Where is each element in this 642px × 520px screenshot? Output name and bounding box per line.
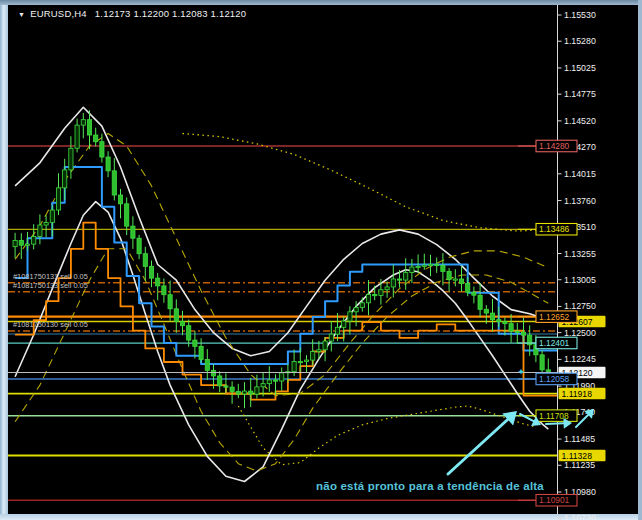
candle-body bbox=[143, 254, 147, 267]
candle-body bbox=[38, 225, 42, 236]
candle-body bbox=[193, 340, 197, 346]
axis-tick-label: 1.12245 bbox=[564, 354, 596, 364]
candle-body bbox=[87, 120, 91, 135]
candle-body bbox=[311, 352, 315, 361]
mt4-chart-window: 1.155301.152801.150251.147751.145201.142… bbox=[0, 0, 642, 520]
candle-body bbox=[329, 334, 333, 341]
axis-price-badge-label: 1.11918 bbox=[562, 389, 593, 399]
axis-tick-label: 1.15280 bbox=[564, 36, 596, 46]
candle-body bbox=[404, 273, 408, 280]
candle-body bbox=[280, 373, 284, 381]
price-level-label: 1.12401 bbox=[539, 338, 570, 348]
candle-body bbox=[230, 387, 234, 391]
axis-tick-label: 1.15530 bbox=[564, 10, 596, 20]
candle-body bbox=[137, 238, 141, 254]
candle-body bbox=[385, 287, 389, 290]
candle-body bbox=[205, 359, 209, 370]
candle-body bbox=[261, 384, 265, 387]
candle-body bbox=[112, 171, 116, 195]
step-line-blue bbox=[15, 167, 561, 364]
candle-body bbox=[323, 341, 327, 350]
candle-body bbox=[218, 376, 222, 386]
candle-body bbox=[249, 391, 253, 394]
price-chart-canvas[interactable]: 1.155301.152801.150251.147751.145201.142… bbox=[0, 0, 642, 520]
order-label: #1081750131 sell 0.05 bbox=[13, 272, 88, 281]
candle-body bbox=[410, 267, 414, 273]
candle-body bbox=[540, 355, 544, 370]
candle-body bbox=[521, 332, 525, 335]
candle-body bbox=[472, 292, 476, 295]
chart-dropdown-icon[interactable]: ▼ bbox=[18, 11, 25, 18]
candle-body bbox=[211, 370, 215, 376]
candle-body bbox=[56, 188, 60, 210]
candle-body bbox=[497, 320, 501, 322]
candle-body bbox=[366, 295, 370, 303]
axis-tick-label: 1.15025 bbox=[564, 63, 596, 73]
candle-body bbox=[19, 240, 23, 245]
candle-body bbox=[100, 142, 104, 157]
candle-body bbox=[509, 324, 513, 332]
candle-body bbox=[180, 322, 184, 326]
candle-body bbox=[32, 237, 36, 245]
direction-arrow-2 bbox=[546, 423, 564, 424]
candle-body bbox=[75, 125, 79, 148]
candle-body bbox=[459, 279, 463, 283]
candle-body bbox=[81, 120, 85, 125]
candle-body bbox=[304, 360, 308, 361]
candle-body bbox=[348, 312, 352, 321]
candle-body bbox=[391, 279, 395, 287]
candle-body bbox=[149, 266, 153, 278]
axis-tick-label: 1.12500 bbox=[564, 328, 596, 338]
candle-body bbox=[490, 313, 494, 320]
axis-tick-label: 1.14015 bbox=[564, 169, 596, 179]
chart-ohlc-values: 1.12173 1.12200 1.12083 1.12120 bbox=[95, 8, 246, 19]
price-level-label: 1.13486 bbox=[539, 224, 570, 234]
candle-body bbox=[174, 309, 178, 322]
candle-body bbox=[94, 135, 98, 142]
candle-body bbox=[255, 387, 259, 394]
candle-body bbox=[44, 223, 48, 225]
axis-tick-label: 1.11235 bbox=[564, 460, 595, 470]
candle-body bbox=[187, 326, 191, 340]
candle-body bbox=[447, 271, 451, 279]
candle-body bbox=[162, 286, 166, 295]
candle-body bbox=[503, 322, 507, 324]
order-label: #1081750133 sell 0.05 bbox=[13, 281, 88, 290]
annotation-text: não está pronto para a tendência de alta bbox=[280, 480, 580, 492]
candle-body bbox=[199, 346, 203, 359]
price-level-label: 1.10901 bbox=[539, 495, 570, 505]
candle-body bbox=[50, 210, 54, 223]
candle-body bbox=[125, 204, 129, 226]
candle-body bbox=[435, 264, 439, 265]
candle-body bbox=[69, 148, 73, 170]
axis-tick-label: 1.12750 bbox=[564, 301, 596, 311]
candle-body bbox=[515, 331, 519, 332]
candle-body bbox=[298, 362, 302, 363]
candle-body bbox=[379, 290, 383, 296]
candle-body bbox=[317, 350, 321, 352]
cursor-star-marker: ✦ bbox=[517, 367, 525, 377]
candle-body bbox=[273, 380, 277, 381]
candle-body bbox=[106, 157, 110, 171]
chart-header: ▼EURUSD,H41.12173 1.12200 1.12083 1.1212… bbox=[18, 8, 246, 19]
price-level-label: 1.12652 bbox=[539, 312, 570, 322]
candle-body bbox=[416, 266, 420, 267]
axis-tick-label: 1.13005 bbox=[564, 275, 596, 285]
axis-tick-label: 1.14775 bbox=[564, 89, 596, 99]
axis-tick-label: 1.13255 bbox=[564, 249, 596, 259]
trend-annotation-arrow bbox=[448, 419, 508, 474]
plot-area bbox=[8, 107, 561, 500]
candle-body bbox=[484, 309, 488, 313]
candle-body bbox=[242, 391, 246, 394]
axis-tick-label: 1.14520 bbox=[564, 116, 596, 126]
price-level-label: 1.14280 bbox=[539, 141, 570, 151]
candle-body bbox=[13, 240, 17, 246]
candle-body bbox=[63, 170, 67, 188]
candle-body bbox=[422, 265, 426, 266]
candle-body bbox=[453, 279, 457, 280]
candle-body bbox=[342, 321, 346, 327]
order-label: #1081750130 sell 0.05 bbox=[13, 320, 88, 329]
chart-symbol-timeframe: EURUSD,H4 bbox=[30, 8, 87, 19]
candle-body bbox=[441, 265, 445, 271]
candle-body bbox=[118, 195, 122, 204]
